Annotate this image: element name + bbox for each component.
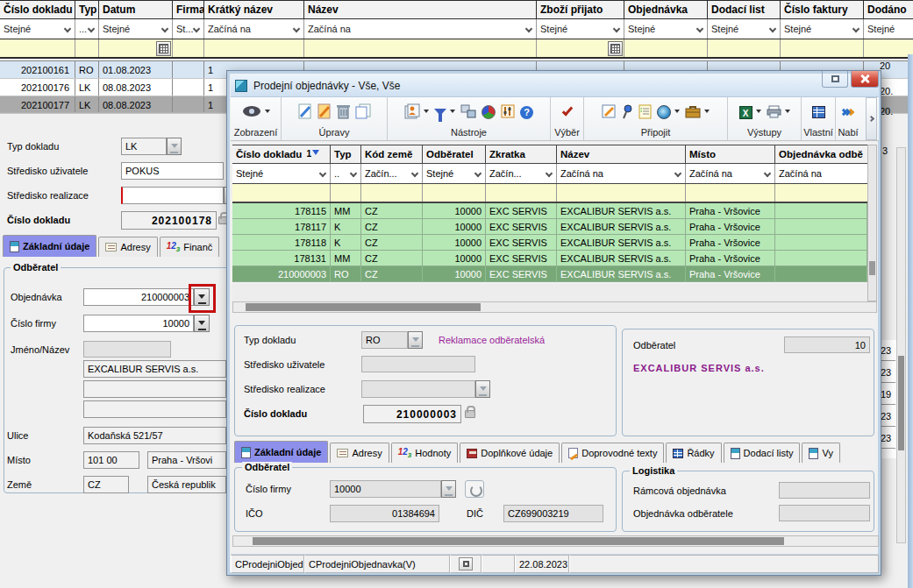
detail-horizontal-scrollbar[interactable] (232, 535, 879, 547)
chevron-down-icon[interactable] (674, 110, 680, 116)
filter-combobox[interactable]: Začíná na (304, 19, 537, 39)
tab-adresy[interactable]: Adresy (330, 443, 389, 463)
color-wheel-icon[interactable] (481, 105, 496, 119)
lookup-row-selected[interactable]: 210000003 RO CZ 10000 EXC SERVIS EXCALIB… (232, 266, 877, 282)
filter-combobox[interactable]: Stejné (423, 164, 486, 183)
search-cell[interactable] (708, 39, 781, 57)
grid-vertical-scrollbar[interactable] (867, 145, 877, 301)
tab-doprovodne-texty[interactable]: Doprovodné texty (561, 443, 664, 463)
filter-combobox[interactable]: Začín... (486, 164, 557, 183)
dropdown-button[interactable] (167, 138, 182, 155)
filter-combobox[interactable]: Začíná na (775, 164, 867, 183)
new-record-icon[interactable] (298, 103, 312, 121)
tab-adresy[interactable]: Adresy (98, 237, 157, 257)
tab-vydane[interactable]: Vy (802, 443, 839, 463)
column-header[interactable]: Typ (331, 145, 361, 163)
pin-icon[interactable] (621, 104, 633, 121)
typ-dokladu-field[interactable]: RO (361, 331, 408, 349)
search-cell[interactable] (0, 39, 75, 57)
column-header[interactable]: Objednávka odbě (775, 145, 867, 163)
tab-zakladni-udaje[interactable]: Základní údaje (234, 441, 328, 463)
search-cell[interactable] (331, 184, 361, 202)
disc-icon[interactable] (657, 105, 671, 119)
chevron-down-icon[interactable] (785, 110, 790, 116)
filter-combobox[interactable]: Stejné (537, 19, 624, 39)
toolbar-expander-button[interactable] (866, 97, 877, 140)
jmeno-field[interactable] (83, 341, 171, 358)
filter-combobox[interactable]: Stejné (232, 164, 331, 183)
typ-dokladu-field[interactable]: LK (121, 138, 167, 155)
column-header[interactable]: Kód země (361, 145, 423, 163)
custom-view-icon[interactable] (812, 106, 825, 118)
column-header[interactable]: Název (304, 1, 537, 18)
column-header[interactable]: Místo (686, 145, 775, 163)
calendar-picker-button[interactable] (608, 41, 623, 56)
tab-radky[interactable]: Řádky (666, 443, 721, 463)
column-header[interactable]: Název (557, 145, 686, 163)
filter-combobox[interactable]: Začíná na (557, 164, 686, 183)
scrollbar-thumb[interactable] (898, 356, 904, 450)
edit-record-icon[interactable] (317, 103, 332, 121)
excel-export-icon[interactable]: X (739, 106, 753, 119)
lookup-row[interactable]: 178117 K CZ 10000 EXC SERVIS EXCALIBUR S… (232, 219, 877, 235)
filter-combobox[interactable]: Stejné (624, 19, 708, 39)
ramcova-objednavka-field[interactable] (779, 482, 870, 499)
column-header[interactable]: Číslo dokladu (0, 1, 75, 18)
filter-combobox[interactable]: St... (173, 19, 204, 39)
objednavka-field[interactable]: 210000003 (83, 288, 194, 306)
contact-cards-icon[interactable] (404, 103, 420, 121)
column-header[interactable]: Číslo faktury (781, 1, 864, 18)
objednavka-odberatele-field[interactable] (779, 505, 870, 521)
filter-combobox[interactable]: Začíná na (204, 19, 304, 39)
column-header-sorted[interactable]: Číslo dokladu1 (232, 145, 331, 163)
column-header[interactable]: Dodací list (708, 1, 781, 18)
dialog-titlebar[interactable]: Prodejní objednávky - Vše, Vše (231, 74, 879, 97)
tab-doplnkove-udaje[interactable]: Doplňkové údaje (460, 443, 560, 463)
search-cell[interactable] (686, 184, 775, 202)
dropdown-button[interactable] (194, 315, 210, 332)
copy-record-icon[interactable] (355, 103, 371, 121)
background-vertical-scrollbar[interactable] (896, 147, 906, 543)
filter-combobox[interactable]: Stejné (99, 19, 173, 39)
refresh-icon[interactable] (465, 480, 484, 498)
column-header[interactable]: Zboží přijato (537, 1, 624, 18)
search-cell[interactable] (173, 39, 204, 57)
cislo-firmy-field[interactable]: 10000 (83, 315, 194, 332)
column-header[interactable]: Odběratel (423, 145, 486, 163)
tab-financni[interactable]: 123Finanč (160, 237, 220, 257)
chevron-down-icon[interactable] (424, 110, 429, 116)
search-cell[interactable] (624, 39, 708, 57)
filter-icon[interactable] (434, 109, 446, 116)
search-cell[interactable] (557, 184, 686, 202)
filter-combobox[interactable]: Stejné (781, 19, 864, 39)
search-cell[interactable] (232, 184, 331, 202)
chevron-down-icon[interactable] (450, 110, 455, 116)
search-cell[interactable] (781, 39, 864, 57)
lookup-row[interactable]: 178115 MM CZ 10000 EXC SERVIS EXCALIBUR … (232, 203, 877, 219)
dropdown-button[interactable] (408, 331, 423, 349)
stredisko-realizace-field[interactable] (121, 187, 224, 204)
close-button[interactable] (851, 71, 879, 88)
grid-horizontal-scrollbar[interactable] (232, 301, 877, 313)
chevron-down-icon[interactable] (265, 110, 270, 116)
scrollbar-thumb[interactable] (869, 261, 875, 275)
search-cell[interactable] (75, 39, 99, 57)
stredisko-uzivatele-field[interactable]: POKUS (121, 162, 224, 180)
double-chevron-icon[interactable] (843, 110, 853, 115)
stredisko-uzivatele-field[interactable] (361, 356, 475, 372)
column-header[interactable]: Zkratka (486, 145, 557, 163)
note-icon[interactable] (602, 104, 616, 120)
scrollbar-thumb[interactable] (246, 303, 481, 311)
dropdown-button[interactable] (441, 480, 456, 498)
calendar-picker-button[interactable] (156, 41, 171, 56)
chevron-down-icon[interactable] (756, 110, 761, 116)
stredisko-realizace-field[interactable] (361, 380, 475, 398)
filter-combobox[interactable]: Stejné (0, 19, 75, 39)
cislo-firmy-field[interactable]: 10000 (330, 480, 441, 498)
scrollbar-thumb[interactable] (253, 537, 784, 545)
search-cell[interactable] (361, 184, 423, 202)
chevron-down-icon[interactable] (704, 110, 710, 116)
tab-zakladni-udaje[interactable]: Základní údaje (3, 235, 96, 257)
filter-combobox[interactable]: Stejné (708, 19, 781, 39)
search-cell[interactable] (304, 39, 537, 57)
